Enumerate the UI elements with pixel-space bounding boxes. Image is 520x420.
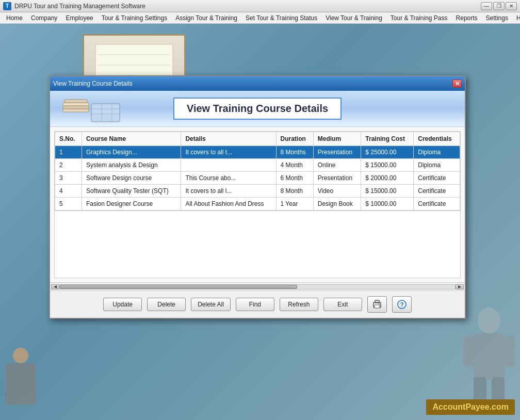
cell-6-row-0: Diploma xyxy=(414,146,460,159)
cell-1-row-3: Software Quality Tester (SQT) xyxy=(82,185,181,198)
menu-bar: Home Company Employee Tour & Training Se… xyxy=(0,12,520,24)
close-button[interactable]: ✕ xyxy=(506,2,517,10)
svg-rect-20 xyxy=(375,300,379,303)
svg-point-22 xyxy=(379,303,380,304)
data-table-container: S.No. Course Name Details Duration Mediu… xyxy=(54,131,461,278)
menu-employee[interactable]: Employee xyxy=(61,13,97,23)
modal-content: View Training Course Details S.No. Cours… xyxy=(50,91,465,318)
col-sno: S.No. xyxy=(55,132,82,146)
cell-4-row-0: Presentation xyxy=(313,146,361,159)
menu-company[interactable]: Company xyxy=(27,13,61,23)
scroll-left-arrow[interactable]: ◀ xyxy=(51,284,59,289)
modal-title-bar: View Training Course Details ✕ xyxy=(50,76,465,91)
cell-6-row-2: Certificate xyxy=(414,172,460,185)
app-title: DRPU Tour and Training Management Softwa… xyxy=(14,3,145,10)
col-credentials: Credentials xyxy=(414,132,460,146)
modal-title: View Training Course Details xyxy=(53,80,133,87)
cell-1-row-4: Fasion Designer Course xyxy=(82,198,181,211)
refresh-button[interactable]: Refresh xyxy=(280,298,318,311)
col-duration: Duration xyxy=(276,132,313,146)
background-area: View Training Course Details ✕ xyxy=(0,24,520,420)
cell-1-row-0: Graphics Design... xyxy=(82,146,181,159)
svg-point-4 xyxy=(478,308,500,333)
minimize-button[interactable]: — xyxy=(481,2,492,10)
menu-help[interactable]: Help xyxy=(512,13,520,23)
update-button[interactable]: Update xyxy=(103,298,142,311)
cell-4-row-3: Video xyxy=(313,185,361,198)
find-button[interactable]: Find xyxy=(236,298,274,311)
restore-button[interactable]: ❐ xyxy=(493,2,505,10)
svg-rect-13 xyxy=(64,100,87,103)
cell-4-row-4: Design Book xyxy=(313,198,361,211)
title-bar: T DRPU Tour and Training Management Soft… xyxy=(0,0,520,12)
scrollbar-track[interactable] xyxy=(59,284,456,289)
scrollbar-thumb[interactable] xyxy=(60,285,297,289)
cell-6-row-3: Certificate xyxy=(414,185,460,198)
table-body: 1Graphics Design...It covers to all t...… xyxy=(55,146,460,211)
cell-5-row-1: $ 15000.00 xyxy=(361,159,414,172)
window-controls: — ❐ ✕ xyxy=(481,2,517,10)
table-row[interactable]: 1Graphics Design...It covers to all t...… xyxy=(55,146,460,159)
modal-close-button[interactable]: ✕ xyxy=(452,79,462,88)
menu-view-tour-training[interactable]: View Tour & Training xyxy=(321,13,386,23)
table-row[interactable]: 3Software Design courseThis Course abo..… xyxy=(55,172,460,185)
cell-3-row-1: 4 Month xyxy=(276,159,313,172)
svg-rect-7 xyxy=(505,336,515,367)
svg-rect-14 xyxy=(91,104,120,122)
cell-0-row-3: 4 xyxy=(55,185,82,198)
menu-tour-training-pass[interactable]: Tour & Training Pass xyxy=(386,13,452,23)
cell-3-row-3: 8 Month xyxy=(276,185,313,198)
empty-space xyxy=(55,211,460,278)
cell-5-row-2: $ 20000.00 xyxy=(361,172,414,185)
cell-4-row-1: Online xyxy=(313,159,361,172)
cell-4-row-2: Presentation xyxy=(313,172,361,185)
cell-3-row-4: 1 Year xyxy=(276,198,313,211)
svg-rect-10 xyxy=(63,109,89,112)
cell-5-row-0: $ 25000.00 xyxy=(361,146,414,159)
svg-text:?: ? xyxy=(400,301,403,308)
bg-person-left xyxy=(5,348,36,405)
table-header-row: S.No. Course Name Details Duration Mediu… xyxy=(55,132,460,146)
cell-1-row-2: Software Design course xyxy=(82,172,181,185)
delete-all-button[interactable]: Delete All xyxy=(191,298,231,311)
watermark: AccountPayee.com xyxy=(426,399,515,415)
svg-rect-5 xyxy=(474,333,505,380)
menu-assign-tour-training[interactable]: Assign Tour & Training xyxy=(171,13,241,23)
col-details: Details xyxy=(181,132,276,146)
menu-tour-training-settings[interactable]: Tour & Training Settings xyxy=(98,13,171,23)
delete-button[interactable]: Delete xyxy=(147,298,186,311)
cell-0-row-2: 3 xyxy=(55,172,82,185)
menu-home[interactable]: Home xyxy=(2,13,27,23)
menu-set-tour-training-status[interactable]: Set Tour & Training Status xyxy=(241,13,321,23)
svg-rect-6 xyxy=(463,336,474,367)
cell-6-row-1: Diploma xyxy=(414,159,460,172)
cell-2-row-2: This Course abo... xyxy=(181,172,276,185)
table-row[interactable]: 2System analysis & Design4 MonthOnline$ … xyxy=(55,159,460,172)
help-icon-button[interactable]: ? xyxy=(392,296,412,313)
cell-2-row-1 xyxy=(181,159,276,172)
table-row[interactable]: 4Software Quality Tester (SQT)It covers … xyxy=(55,185,460,198)
menu-settings[interactable]: Settings xyxy=(482,13,512,23)
course-table: S.No. Course Name Details Duration Mediu… xyxy=(55,132,460,211)
modal-dialog: View Training Course Details ✕ xyxy=(49,75,466,319)
cell-1-row-1: System analysis & Design xyxy=(82,159,181,172)
button-bar: Update Delete Delete All Find Refresh Ex… xyxy=(50,290,465,318)
menu-reports[interactable]: Reports xyxy=(452,13,482,23)
cell-6-row-4: Certificate xyxy=(414,198,460,211)
horizontal-scrollbar[interactable]: ◀ ▶ xyxy=(50,282,465,290)
cell-0-row-0: 1 xyxy=(55,146,82,159)
cell-5-row-4: $ 10000.00 xyxy=(361,198,414,211)
cell-2-row-3: It covers to all l... xyxy=(181,185,276,198)
cell-0-row-4: 5 xyxy=(55,198,82,211)
cell-2-row-4: All About Fashion And Dress xyxy=(181,198,276,211)
svg-rect-11 xyxy=(63,106,89,109)
scroll-right-arrow[interactable]: ▶ xyxy=(456,284,464,289)
banner-title: View Training Course Details xyxy=(173,98,342,120)
exit-button[interactable]: Exit xyxy=(323,298,362,311)
print-icon-button[interactable] xyxy=(367,296,387,313)
cell-5-row-3: $ 15000.00 xyxy=(361,185,414,198)
table-row[interactable]: 5Fasion Designer CourseAll About Fashion… xyxy=(55,198,460,211)
app-icon: T xyxy=(3,2,11,10)
cell-2-row-0: It covers to all t... xyxy=(181,146,276,159)
col-medium: Medium xyxy=(313,132,361,146)
